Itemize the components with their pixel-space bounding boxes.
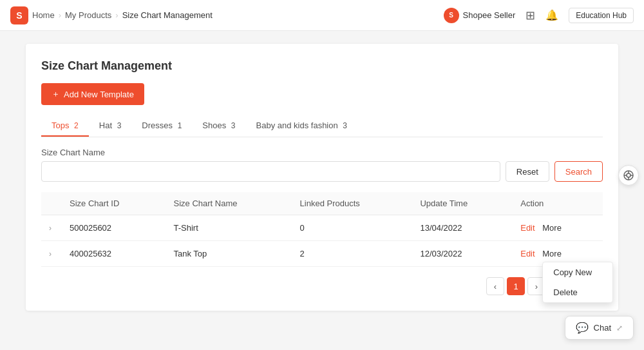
main-content: Size Chart Management ＋ Add New Template… (0, 31, 644, 350)
chat-icon: 💬 (576, 322, 589, 334)
tab-baby-kids[interactable]: Baby and kids fashion 3 (246, 115, 358, 137)
prev-page-button[interactable]: ‹ (486, 277, 504, 295)
row1-id: 500025602 (62, 215, 166, 241)
my-products-link[interactable]: My Products (65, 10, 111, 20)
home-link[interactable]: Home (32, 10, 55, 20)
tab-dresses-label: Dresses (142, 121, 173, 130)
row2-more-button[interactable]: More Copy New Delete (542, 249, 562, 258)
copy-new-menu-item[interactable]: Copy New (543, 262, 612, 282)
seller-badge: S Shopee Seller (444, 8, 516, 23)
chat-label: Chat (594, 323, 611, 333)
shopee-seller-icon: S (444, 8, 459, 23)
chat-expand-icon: ⤢ (616, 324, 623, 333)
filter-label: Size Chart Name (41, 148, 603, 157)
tab-tops[interactable]: Tops 2 (41, 115, 89, 137)
notification-bell-icon[interactable]: 🔔 (545, 9, 558, 21)
expand-icon[interactable]: › (49, 224, 52, 233)
tab-hat-count: 3 (117, 121, 122, 130)
row2-linked: 2 (292, 241, 413, 267)
table-row: › 400025632 Tank Top 2 12/03/2022 Edit M… (41, 241, 603, 267)
row2-id: 400025632 (62, 241, 166, 267)
table-row: › 500025602 T-Shirt 0 13/04/2022 Edit Mo… (41, 215, 603, 241)
current-page-breadcrumb: Size Chart Management (122, 10, 213, 20)
row2-updated: 12/03/2022 (412, 241, 513, 267)
breadcrumb-sep-1: › (59, 10, 61, 20)
row1-expand: › (41, 215, 62, 241)
page-1-button[interactable]: 1 (507, 277, 525, 295)
row2-edit-button[interactable]: Edit (520, 249, 535, 258)
chat-button[interactable]: 💬 Chat ⤢ (565, 316, 634, 340)
tab-shoes-label: Shoes (202, 121, 226, 130)
tab-dresses-count: 1 (178, 121, 182, 130)
breadcrumb-sep-2: › (115, 10, 118, 20)
plus-icon: ＋ (52, 88, 60, 100)
search-button[interactable]: Search (554, 161, 603, 182)
col-name-header: Size Chart Name (166, 192, 292, 215)
tab-hat-label: Hat (99, 121, 112, 130)
breadcrumb: S Home › My Products › Size Chart Manage… (10, 6, 213, 24)
row1-updated: 13/04/2022 (412, 215, 513, 241)
col-expand (41, 192, 62, 215)
row2-action: Edit More Copy New Delete (513, 241, 603, 267)
row1-action: Edit More (513, 215, 603, 241)
size-chart-card: Size Chart Management ＋ Add New Template… (26, 44, 618, 311)
top-navigation: S Home › My Products › Size Chart Manage… (0, 0, 644, 31)
tab-hat[interactable]: Hat 3 (89, 115, 132, 137)
row1-edit-button[interactable]: Edit (520, 223, 535, 233)
nav-right-section: S Shopee Seller ⊞ 🔔 Education Hub (444, 8, 634, 23)
apps-icon[interactable]: ⊞ (526, 8, 535, 23)
card-title: Size Chart Management (41, 59, 603, 73)
add-button-label: Add New Template (64, 90, 134, 99)
tab-tops-count: 2 (74, 121, 79, 130)
size-chart-table: Size Chart ID Size Chart Name Linked Pro… (41, 192, 603, 267)
tab-tops-label: Tops (52, 121, 69, 130)
svg-point-1 (627, 173, 630, 177)
reset-button[interactable]: Reset (506, 161, 549, 182)
filter-row: Reset Search (41, 161, 603, 182)
expand-icon[interactable]: › (49, 249, 52, 258)
row1-name: T-Shirt (166, 215, 292, 241)
seller-label: Shopee Seller (463, 10, 516, 20)
category-tabs: Tops 2 Hat 3 Dresses 1 Shoes 3 Baby and … (41, 115, 603, 137)
row2-name: Tank Top (166, 241, 292, 267)
pagination: ‹ 1 › 24 / page 48 / page 96 / page (41, 277, 603, 295)
add-new-template-button[interactable]: ＋ Add New Template (41, 83, 144, 105)
tab-shoes-count: 3 (231, 121, 236, 130)
tab-dresses[interactable]: Dresses 1 (131, 115, 192, 137)
size-chart-name-input[interactable] (41, 161, 500, 182)
tab-baby-kids-count: 3 (343, 121, 347, 130)
row1-linked: 0 (292, 215, 413, 241)
tab-baby-kids-label: Baby and kids fashion (256, 121, 338, 130)
col-updated-header: Update Time (412, 192, 513, 215)
col-action-header: Action (513, 192, 603, 215)
col-linked-header: Linked Products (292, 192, 413, 215)
delete-menu-item[interactable]: Delete (543, 282, 612, 302)
col-id-header: Size Chart ID (62, 192, 166, 215)
education-hub-button[interactable]: Education Hub (569, 8, 634, 23)
more-dropdown-menu: Copy New Delete (542, 262, 613, 303)
tab-shoes[interactable]: Shoes 3 (192, 115, 245, 137)
shopee-logo: S (10, 6, 28, 24)
row2-expand: › (41, 241, 62, 267)
row1-more-button[interactable]: More (542, 223, 562, 233)
support-icon[interactable] (618, 165, 639, 186)
